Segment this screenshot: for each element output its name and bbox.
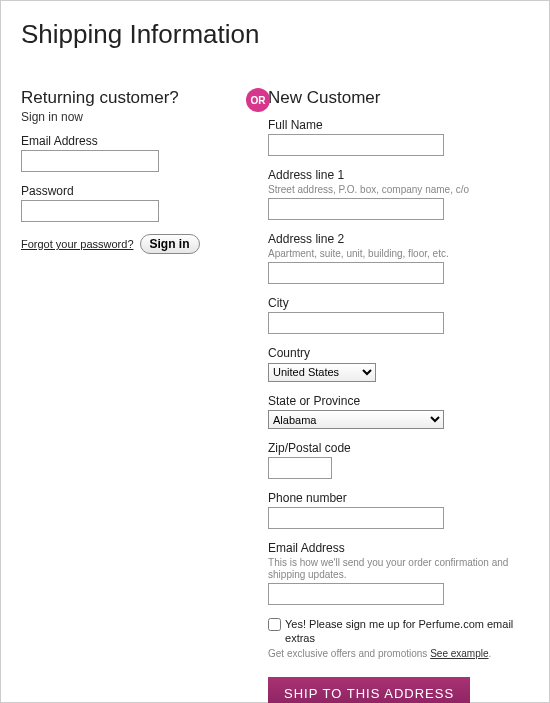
returning-sub: Sign in now	[21, 110, 268, 124]
page-title: Shipping Information	[21, 19, 529, 50]
country-field-group: Country United States	[268, 346, 529, 382]
new-customer-section: New Customer Full Name Address line 1 St…	[268, 88, 529, 703]
password-input[interactable]	[21, 200, 159, 222]
state-field-group: State or Province Alabama	[268, 394, 529, 430]
addr1-label: Address line 1	[268, 168, 529, 182]
optin-row: Yes! Please sign me up for Perfume.com e…	[268, 617, 529, 646]
optin-label: Yes! Please sign me up for Perfume.com e…	[285, 617, 529, 646]
email-label: Email Address	[21, 134, 268, 148]
ship-to-address-button[interactable]: SHIP TO THIS ADDRESS	[268, 677, 470, 703]
addr1-field-group: Address line 1 Street address, P.O. box,…	[268, 168, 529, 220]
addr2-field-group: Address line 2 Apartment, suite, unit, b…	[268, 232, 529, 284]
optin-checkbox[interactable]	[268, 618, 281, 631]
new-email-label: Email Address	[268, 541, 529, 555]
new-email-input[interactable]	[268, 583, 444, 605]
see-example-link[interactable]: See example	[430, 648, 488, 659]
addr2-hint: Apartment, suite, unit, building, floor,…	[268, 248, 529, 260]
password-field-group: Password	[21, 184, 268, 222]
country-select[interactable]: United States	[268, 363, 376, 382]
fullname-label: Full Name	[268, 118, 529, 132]
zip-input[interactable]	[268, 457, 332, 479]
or-badge: OR	[246, 88, 270, 112]
state-select[interactable]: Alabama	[268, 410, 444, 429]
state-label: State or Province	[268, 394, 529, 408]
addr2-label: Address line 2	[268, 232, 529, 246]
country-label: Country	[268, 346, 529, 360]
city-label: City	[268, 296, 529, 310]
returning-customer-section: OR Returning customer? Sign in now Email…	[21, 88, 268, 703]
zip-label: Zip/Postal code	[268, 441, 529, 455]
addr1-input[interactable]	[268, 198, 444, 220]
forgot-password-link[interactable]: Forgot your password?	[21, 238, 134, 250]
signin-row: Forgot your password? Sign in	[21, 234, 268, 254]
columns: OR Returning customer? Sign in now Email…	[21, 88, 529, 703]
password-label: Password	[21, 184, 268, 198]
fullname-input[interactable]	[268, 134, 444, 156]
fullname-field-group: Full Name	[268, 118, 529, 156]
zip-field-group: Zip/Postal code	[268, 441, 529, 479]
addr2-input[interactable]	[268, 262, 444, 284]
returning-heading: Returning customer?	[21, 88, 268, 108]
addr1-hint: Street address, P.O. box, company name, …	[268, 184, 529, 196]
new-email-hint: This is how we'll send you your order co…	[268, 557, 529, 581]
optin-hint-text: Get exclusive offers and promotions	[268, 648, 430, 659]
city-input[interactable]	[268, 312, 444, 334]
phone-field-group: Phone number	[268, 491, 529, 529]
optin-hint: Get exclusive offers and promotions See …	[268, 648, 529, 659]
new-customer-heading: New Customer	[268, 88, 529, 108]
phone-input[interactable]	[268, 507, 444, 529]
new-email-field-group: Email Address This is how we'll send you…	[268, 541, 529, 605]
email-field-group: Email Address	[21, 134, 268, 172]
phone-label: Phone number	[268, 491, 529, 505]
city-field-group: City	[268, 296, 529, 334]
email-input[interactable]	[21, 150, 159, 172]
signin-button[interactable]: Sign in	[140, 234, 200, 254]
page-container: Shipping Information OR Returning custom…	[0, 0, 550, 703]
